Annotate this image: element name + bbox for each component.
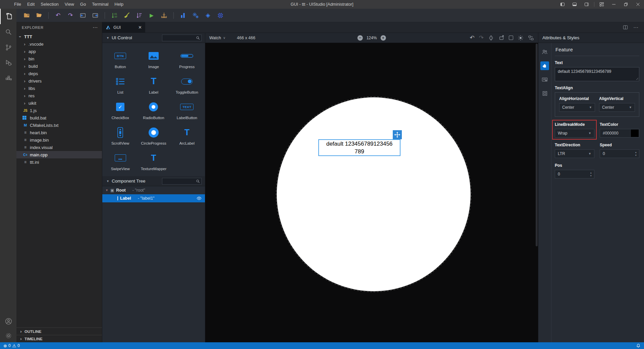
activity-run-debug-icon[interactable] xyxy=(0,55,16,70)
tree-folder-deps[interactable]: ›deps xyxy=(16,70,102,77)
tree-folder-res[interactable]: ›res xyxy=(16,92,102,99)
device-round-screen[interactable] xyxy=(277,97,471,291)
menu-view[interactable]: View xyxy=(62,0,77,9)
notifications-bell-icon[interactable] xyxy=(636,343,641,348)
palette-swipeview[interactable]: ••• SwipeView xyxy=(104,149,137,173)
frame-square-icon[interactable] xyxy=(540,89,549,98)
split-editor-icon[interactable] xyxy=(623,25,628,30)
collapse-triangle-icon[interactable]: ▼ xyxy=(106,180,109,183)
canvas-viewport[interactable]: default 123456789123456 789 xyxy=(205,43,538,342)
palette-button[interactable]: BTN Button xyxy=(104,47,137,71)
stats-bars-icon[interactable] xyxy=(179,11,187,19)
palette-list[interactable]: List xyxy=(104,72,137,97)
timeline-section[interactable]: ›TIMELINE xyxy=(16,335,102,342)
collapse-triangle-icon[interactable]: ▼ xyxy=(106,36,109,40)
activity-search-icon[interactable] xyxy=(0,24,16,40)
canvas-vertical-scrollbar[interactable] xyxy=(536,44,538,246)
align-vertical-select[interactable]: Center▼ xyxy=(599,103,635,112)
tab-gui[interactable]: GUI ✕ xyxy=(102,22,145,33)
tree-folder-uikit[interactable]: ›uikit xyxy=(16,99,102,107)
warnings-status[interactable]: ⚠ 0 xyxy=(12,343,20,348)
layout-sidebar-right-icon[interactable] xyxy=(581,0,593,9)
palette-progress[interactable]: Progress xyxy=(170,47,204,71)
run-play-icon[interactable]: ▶ xyxy=(148,11,156,19)
menu-selection[interactable]: Selection xyxy=(38,0,61,9)
tree-folder-vscode[interactable]: ›.vscode xyxy=(16,40,102,48)
tree-node-root[interactable]: ▼ ▣ Root - "root" xyxy=(102,186,205,194)
stepper-arrows-icon[interactable]: ▲▼ xyxy=(635,151,637,156)
palette-image[interactable]: Image xyxy=(137,47,170,71)
palette-circleprogress[interactable]: CircleProgress xyxy=(137,123,170,148)
tree-file-maincpp[interactable]: C+main.cpp xyxy=(16,151,102,158)
tree-file-1js[interactable]: JS1.js xyxy=(16,107,102,114)
tree-folder-app[interactable]: ›app xyxy=(16,48,102,55)
install-package-icon[interactable] xyxy=(160,11,168,19)
component-tree-search-input[interactable] xyxy=(164,179,196,184)
tree-folder-bin[interactable]: ›bin xyxy=(16,55,102,62)
color-swatch[interactable] xyxy=(631,130,639,137)
ui-control-search[interactable] xyxy=(162,35,202,41)
tree-file-heartbin[interactable]: ≡heart.bin xyxy=(16,129,102,136)
palette-radiobutton[interactable]: RadioButton xyxy=(137,98,170,122)
menu-edit[interactable]: Edit xyxy=(24,0,38,9)
tree-file-buildbat[interactable]: build.bat xyxy=(16,114,102,121)
tree-file-indexvisual[interactable]: ≡index.visual xyxy=(16,144,102,151)
undo-icon[interactable]: ↶ xyxy=(54,11,62,19)
component-tree-search[interactable] xyxy=(162,178,202,185)
activity-explorer-icon[interactable] xyxy=(0,9,16,24)
tree-file-imagebin[interactable]: ≡image.bin xyxy=(16,136,102,144)
menu-file[interactable]: File xyxy=(11,0,24,9)
palette-labelbutton[interactable]: TEXT LabelButton xyxy=(170,98,204,122)
editor-more-actions-icon[interactable]: ⋯ xyxy=(633,24,639,31)
textdirection-select[interactable]: LTR▼ xyxy=(555,149,594,158)
textcolor-input[interactable]: #000000 xyxy=(600,129,639,138)
tree-root-ttt[interactable]: › TTT xyxy=(16,33,102,40)
tree-folder-libs[interactable]: ›libs xyxy=(16,85,102,92)
menu-help[interactable]: Help xyxy=(111,0,126,9)
brightness-sun-icon[interactable] xyxy=(518,35,524,41)
palette-texturemapper[interactable]: T TextureMapper xyxy=(137,149,170,173)
pos-input[interactable]: 0 ▲▼ xyxy=(555,170,594,179)
ui-control-search-input[interactable] xyxy=(164,36,196,40)
visibility-eye-icon[interactable] xyxy=(197,196,202,200)
tree-file-tttini[interactable]: ≡ttt.ini xyxy=(16,158,102,166)
account-icon[interactable] xyxy=(0,313,16,329)
layout-panel-icon[interactable] xyxy=(569,0,581,9)
menu-go[interactable]: Go xyxy=(77,0,89,9)
form-info-icon[interactable] xyxy=(540,75,549,84)
watch-device-icon[interactable] xyxy=(488,35,494,41)
users-icon[interactable] xyxy=(540,48,549,56)
zoom-out-button[interactable]: − xyxy=(358,35,363,41)
palette-checkbox[interactable]: ✓ CheckBox xyxy=(104,98,137,122)
sort-lines-icon[interactable] xyxy=(135,11,143,19)
align-horizontal-select[interactable]: Center▼ xyxy=(559,103,595,112)
collapse-triangle-icon[interactable]: ▼ xyxy=(105,189,108,192)
palette-togglebutton[interactable]: ToggleButton xyxy=(170,72,204,97)
activity-extensions-icon[interactable] xyxy=(0,70,16,86)
chip-icon[interactable] xyxy=(216,11,224,19)
palette-scrollview[interactable]: ScrollView xyxy=(104,123,137,148)
outline-section[interactable]: ›OUTLINE xyxy=(16,328,102,335)
tree-file-cmakelists[interactable]: MCMakeLists.txt xyxy=(16,121,102,129)
close-button[interactable] xyxy=(632,0,644,9)
watch-dropdown[interactable]: Watch xyxy=(209,36,221,40)
linebreakmode-select[interactable]: Wrap▼ xyxy=(555,129,594,138)
activity-source-control-icon[interactable] xyxy=(0,40,16,55)
layout-sidebar-left-icon[interactable] xyxy=(556,0,569,9)
new-folder-icon[interactable] xyxy=(22,11,31,19)
minimize-button[interactable] xyxy=(608,0,620,9)
redo-icon[interactable]: ↷ xyxy=(66,11,74,19)
text-value-input[interactable]: default 123456789123456789 xyxy=(555,67,639,81)
speed-input[interactable]: 0 ▲▼ xyxy=(600,149,639,158)
customize-layout-icon[interactable] xyxy=(596,0,608,9)
tree-folder-drivers[interactable]: ›drivers xyxy=(16,77,102,85)
feature-puzzle-icon[interactable] xyxy=(540,61,549,70)
restore-button[interactable] xyxy=(620,0,632,9)
canvas-label-element[interactable]: default 123456789123456 789 xyxy=(318,139,400,156)
move-out-window-icon[interactable] xyxy=(91,11,99,19)
palette-arclabel[interactable]: T ArcLabel xyxy=(170,123,204,148)
palette-label-item[interactable]: T Label xyxy=(137,72,170,97)
open-folder-icon[interactable] xyxy=(35,11,43,19)
canvas-redo-icon[interactable]: ↷ xyxy=(479,35,484,41)
move-into-window-icon[interactable] xyxy=(79,11,87,19)
